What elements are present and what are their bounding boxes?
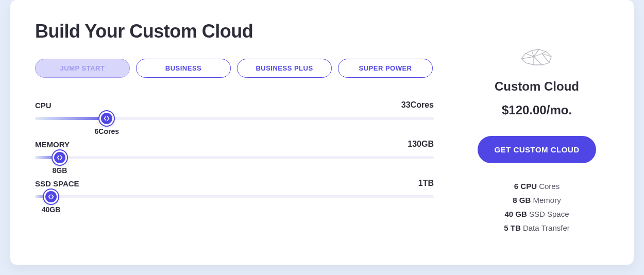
ssd-label: SSD SPACE: [35, 179, 79, 188]
cpu-max: 33Cores: [401, 100, 434, 110]
page-title: Build Your Custom Cloud: [35, 21, 434, 42]
ssd-slider-handle[interactable]: [44, 190, 58, 204]
tab-jump-start[interactable]: JUMP START: [35, 59, 130, 78]
spec-ssd: 40 GB SSD Space: [465, 210, 609, 218]
tab-super-power[interactable]: SUPER POWER: [338, 59, 433, 78]
spec-cpu: 6 CPU Cores: [465, 182, 609, 191]
summary-panel: Custom Cloud $120.00/mo. GET CUSTOM CLOU…: [465, 21, 609, 242]
cpu-slider-block: CPU 33Cores 6Cores: [35, 100, 434, 120]
cpu-label: CPU: [35, 101, 52, 110]
ssd-max: 1TB: [418, 179, 434, 188]
ssd-slider-block: SSD SPACE 1TB 40GB: [35, 179, 434, 198]
memory-value: 8GB: [53, 166, 67, 175]
spec-list: 6 CPU Cores 8 GB Memory 40 GB SSD Space …: [465, 182, 609, 232]
ssd-slider[interactable]: 40GB: [35, 195, 434, 198]
drag-icon: [48, 194, 54, 200]
cloud-poly-icon: [518, 47, 555, 70]
memory-slider-handle[interactable]: [53, 150, 67, 165]
memory-slider-block: MEMORY 130GB 8GB: [35, 140, 434, 159]
tab-business-plus[interactable]: BUSINESS PLUS: [237, 59, 332, 78]
memory-slider[interactable]: 8GB: [35, 156, 434, 159]
drag-icon: [57, 154, 63, 161]
cpu-value: 6Cores: [95, 127, 119, 135]
plan-name: Custom Cloud: [465, 79, 609, 94]
drag-icon: [104, 115, 110, 122]
spec-memory: 8 GB Memory: [465, 196, 609, 204]
ssd-value: 40GB: [42, 205, 61, 214]
cpu-slider-handle[interactable]: [99, 111, 114, 126]
memory-label: MEMORY: [35, 140, 70, 149]
get-custom-cloud-button[interactable]: GET CUSTOM CLOUD: [478, 136, 596, 163]
pricing-builder-card: Build Your Custom Cloud JUMP START BUSIN…: [10, 0, 634, 265]
spec-transfer: 5 TB Data Transfer: [465, 224, 609, 232]
config-panel: Build Your Custom Cloud JUMP START BUSIN…: [35, 21, 434, 242]
tab-business[interactable]: BUSINESS: [136, 59, 231, 78]
plan-tabs: JUMP START BUSINESS BUSINESS PLUS SUPER …: [35, 59, 434, 78]
cpu-slider[interactable]: 6Cores: [35, 117, 434, 120]
plan-price: $120.00/mo.: [465, 103, 609, 117]
memory-max: 130GB: [408, 140, 434, 149]
